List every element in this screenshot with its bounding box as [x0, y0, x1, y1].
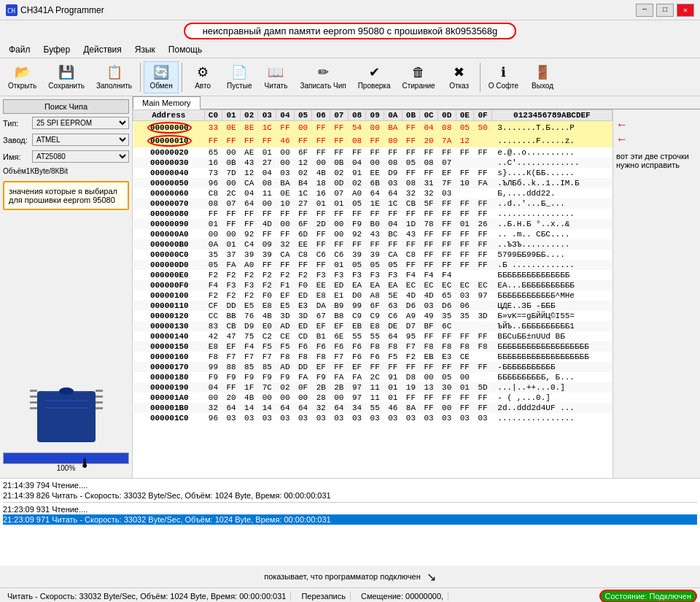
- table-row[interactable]: 00000120CCBB764B3D3D67B8C9C9C6A94935353D…: [133, 311, 612, 321]
- hex-cell[interactable]: A8: [366, 290, 384, 301]
- hex-cell[interactable]: FF: [474, 250, 492, 260]
- hex-cell[interactable]: 64: [366, 188, 384, 198]
- hex-cell[interactable]: 10: [456, 178, 474, 188]
- hex-cell[interactable]: FF: [330, 209, 349, 219]
- hex-cell[interactable]: 01: [384, 393, 402, 403]
- table-row[interactable]: 000000B00A01C40932EEFFFFFFFFFFFFFFFFFFFF…: [133, 239, 612, 250]
- hex-cell[interactable]: 32: [402, 188, 420, 198]
- hex-cell[interactable]: 08: [348, 134, 366, 147]
- hex-cell[interactable]: 1C: [384, 198, 402, 209]
- hex-cell[interactable]: 2C: [366, 372, 384, 382]
- hex-cell[interactable]: DD: [222, 301, 241, 311]
- hex-cell[interactable]: 1C: [294, 188, 312, 198]
- hex-cell[interactable]: 35: [204, 250, 222, 260]
- hex-cell[interactable]: D7: [402, 321, 420, 331]
- hex-cell[interactable]: FF: [420, 250, 438, 260]
- hex-cell[interactable]: 55: [366, 331, 384, 341]
- hex-cell[interactable]: 1E: [366, 198, 384, 209]
- hex-cell[interactable]: FF: [402, 260, 420, 270]
- hex-cell[interactable]: F8: [456, 341, 474, 352]
- tab-main-memory[interactable]: Main Memory: [133, 96, 201, 109]
- hex-cell[interactable]: FF: [438, 209, 456, 219]
- hex-cell[interactable]: 32: [204, 403, 222, 413]
- hex-cell[interactable]: 00: [438, 403, 456, 413]
- hex-cell[interactable]: A0: [240, 260, 258, 270]
- table-row[interactable]: 000000E0F2F2F2F2F2F2F3F3F3F3F3F4F4F4 БББ…: [133, 270, 612, 280]
- hex-cell[interactable]: FF: [366, 239, 384, 250]
- hex-cell[interactable]: 08: [384, 158, 402, 168]
- hex-cell[interactable]: 07: [222, 198, 241, 209]
- hex-cell[interactable]: 03: [384, 413, 402, 423]
- hex-cell[interactable]: F8: [294, 352, 312, 362]
- hex-cell[interactable]: F6: [294, 341, 312, 352]
- menu-buffer[interactable]: Буфер: [38, 43, 77, 56]
- hex-cell[interactable]: FF: [330, 147, 349, 158]
- hex-cell[interactable]: F8: [384, 341, 402, 352]
- hex-cell[interactable]: 64: [384, 188, 402, 198]
- hex-cell[interactable]: 35: [438, 311, 456, 321]
- hex-cell[interactable]: F2: [240, 270, 258, 280]
- hex-cell[interactable]: FA: [330, 372, 349, 382]
- hex-cell[interactable]: FF: [456, 403, 474, 413]
- hex-cell[interactable]: [474, 188, 492, 198]
- hex-cell[interactable]: EF: [312, 321, 330, 331]
- hex-cell[interactable]: DE: [384, 321, 402, 331]
- hex-cell[interactable]: 0B: [330, 158, 349, 168]
- hex-cell[interactable]: EF: [438, 168, 456, 178]
- table-row[interactable]: 000001C096030303030303030303030303030303…: [133, 413, 612, 423]
- hex-cell[interactable]: CA: [384, 250, 402, 260]
- hex-cell[interactable]: 91: [384, 372, 402, 382]
- hex-cell[interactable]: 14: [258, 403, 276, 413]
- hex-cell[interactable]: 43: [366, 229, 384, 239]
- hex-cell[interactable]: 47: [222, 331, 241, 341]
- hex-cell[interactable]: E5: [276, 301, 295, 311]
- hex-cell[interactable]: FF: [384, 239, 402, 250]
- hex-cell[interactable]: E3: [294, 301, 312, 311]
- hex-cell[interactable]: BA: [276, 178, 295, 188]
- hex-cell[interactable]: C4: [240, 239, 258, 250]
- about-button[interactable]: ℹ О Софте: [483, 61, 524, 93]
- hex-cell[interactable]: FF: [438, 147, 456, 158]
- hex-cell[interactable]: F6: [366, 352, 384, 362]
- hex-cell[interactable]: F8: [474, 341, 492, 352]
- hex-cell[interactable]: 7C: [258, 382, 276, 393]
- hex-cell[interactable]: 64: [276, 403, 295, 413]
- hex-cell[interactable]: FF: [438, 239, 456, 250]
- hex-cell[interactable]: 01: [330, 260, 349, 270]
- hex-cell[interactable]: 75: [240, 331, 258, 341]
- hex-cell[interactable]: FF: [438, 393, 456, 403]
- hex-cell[interactable]: BB: [222, 311, 241, 321]
- hex-cell[interactable]: F7: [240, 352, 258, 362]
- hex-cell[interactable]: F2: [204, 270, 222, 280]
- hex-cell[interactable]: F2: [258, 270, 276, 280]
- hex-cell[interactable]: F4: [240, 341, 258, 352]
- hex-cell[interactable]: EC: [438, 280, 456, 290]
- hex-cell[interactable]: 27: [258, 158, 276, 168]
- hex-cell[interactable]: 16: [204, 158, 222, 168]
- table-row[interactable]: 00000060C82C04110E1C1607A06464323203 Б,.…: [133, 188, 612, 198]
- hex-cell[interactable]: FF: [294, 260, 312, 270]
- hex-cell[interactable]: F5: [276, 341, 295, 352]
- read-button[interactable]: 📖 Читать: [258, 61, 293, 93]
- menu-actions[interactable]: Действия: [77, 43, 128, 56]
- hex-cell[interactable]: FA: [222, 260, 241, 270]
- hex-cell[interactable]: FF: [438, 229, 456, 239]
- hex-cell[interactable]: 03: [240, 413, 258, 423]
- hex-cell[interactable]: 2C: [222, 188, 241, 198]
- table-row[interactable]: 0000017099888585ADDDEFFFEFFFFFFFFFFFFFFF…: [133, 362, 612, 372]
- name-select[interactable]: AT25080: [32, 150, 129, 163]
- hex-cell[interactable]: F3: [312, 270, 330, 280]
- table-row[interactable]: 00000110CFDDE5E8E5E3DAB9996F63D603D606 Ц…: [133, 301, 612, 311]
- hex-cell[interactable]: 1F: [240, 382, 258, 393]
- table-row[interactable]: 000000D005FAA0FFFFFFFF01050505FFFFFFFFFF…: [133, 260, 612, 270]
- hex-cell[interactable]: FF: [456, 331, 474, 341]
- hex-cell[interactable]: FF: [474, 147, 492, 158]
- hex-cell[interactable]: 0F: [294, 382, 312, 393]
- hex-cell[interactable]: D9: [384, 168, 402, 178]
- table-row[interactable]: 000000A0000092FFFF6DFF009243BC43FFFFFFFF…: [133, 229, 612, 239]
- hex-cell[interactable]: F3: [240, 280, 258, 290]
- hex-cell[interactable]: 50: [474, 121, 492, 135]
- hex-cell[interactable]: F7: [222, 352, 241, 362]
- hex-cell[interactable]: [456, 270, 474, 280]
- hex-cell[interactable]: 00: [330, 393, 349, 403]
